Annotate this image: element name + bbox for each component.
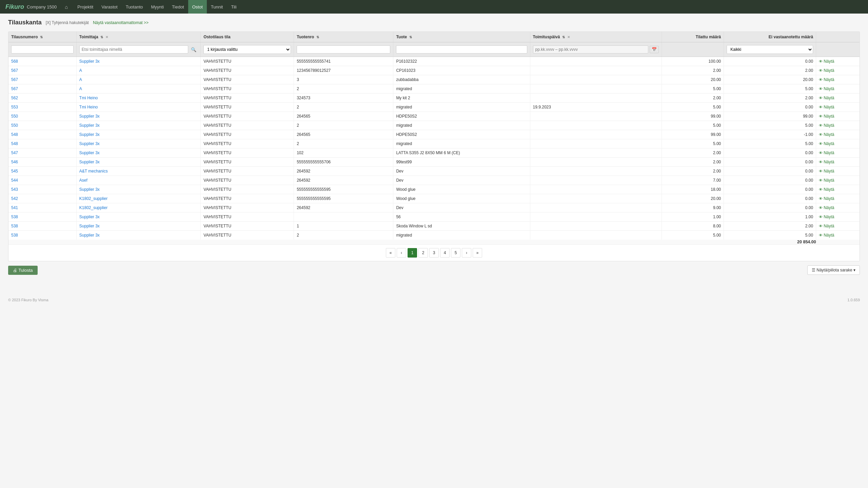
th-supplier[interactable]: Toimittaja ⇅ ✕ <box>76 32 201 42</box>
order-number-link[interactable]: 545 <box>11 169 18 174</box>
supplier-link[interactable]: Supplier 3x <box>79 141 100 146</box>
supplier-link[interactable]: A <box>79 68 82 73</box>
nav-item-tili[interactable]: Tili <box>227 0 240 14</box>
supplier-link[interactable]: A&T mechanics <box>79 169 108 174</box>
order-number-link[interactable]: 548 <box>11 141 18 146</box>
supplier-link[interactable]: Supplier 3x <box>79 132 100 137</box>
view-link[interactable]: 👁Näytä <box>819 59 834 64</box>
order-number-link[interactable]: 538 <box>11 224 18 228</box>
view-link[interactable]: 👁Näytä <box>819 141 834 146</box>
print-button[interactable]: 🖨 Tulosta <box>8 266 38 275</box>
view-link[interactable]: 👁Näytä <box>819 160 834 164</box>
view-link[interactable]: 👁Näytä <box>819 178 834 183</box>
supplier-link[interactable]: Supplier 3x <box>79 187 100 192</box>
order-number-link[interactable]: 538 <box>11 215 18 219</box>
supplier-link[interactable]: K1802_supplier <box>79 205 107 210</box>
delivery-date-filter[interactable] <box>533 45 648 54</box>
clear-supplier-icon[interactable]: ✕ <box>105 35 108 39</box>
order-number-link[interactable]: 547 <box>11 150 18 155</box>
order-number-link[interactable]: 568 <box>11 59 18 64</box>
pagination-page-1[interactable]: 1 <box>408 248 417 258</box>
cell-action: 👁Näytä <box>816 185 860 194</box>
supplier-link[interactable]: Supplier 3x <box>79 160 100 164</box>
order-number-link[interactable]: 550 <box>11 123 18 128</box>
view-link[interactable]: 👁Näytä <box>819 233 834 238</box>
view-link[interactable]: 👁Näytä <box>819 123 834 128</box>
supplier-link[interactable]: Supplier 3x <box>79 224 100 228</box>
pagination-page-4[interactable]: 4 <box>440 248 450 258</box>
th-product[interactable]: Tuote ⇅ <box>393 32 530 42</box>
clear-delivery-date-icon[interactable]: ✕ <box>567 35 570 39</box>
pagination-last[interactable]: » <box>473 248 482 258</box>
nav-item-tuotanto[interactable]: Tuotanto <box>122 0 147 14</box>
view-link[interactable]: 👁Näytä <box>819 187 834 192</box>
order-number-link[interactable]: 541 <box>11 205 18 210</box>
view-link[interactable]: 👁Näytä <box>819 169 834 174</box>
supplier-link[interactable]: Tmi Heino <box>79 105 98 109</box>
order-status-filter[interactable]: 1 kirjausta valittu <box>203 45 291 54</box>
product-filter[interactable] <box>396 45 527 54</box>
show-unreceived-link[interactable]: Näytä vastaanottamattomat >> <box>93 20 149 25</box>
th-order-number[interactable]: Tilausnumero ⇅ <box>8 32 76 42</box>
supplier-link[interactable]: K1802_supplier <box>79 196 107 201</box>
view-link[interactable]: 👁Näytä <box>819 150 834 155</box>
nav-item-varastot[interactable]: Varastot <box>97 0 121 14</box>
pagination-next[interactable]: › <box>462 248 471 258</box>
th-delivery-date[interactable]: Toimituspäivä ⇅ ✕ <box>530 32 662 42</box>
view-link[interactable]: 👁Näytä <box>819 96 834 100</box>
view-link[interactable]: 👁Näytä <box>819 105 834 109</box>
th-product-number[interactable]: Tuotenro ⇅ <box>294 32 393 42</box>
order-number-link[interactable]: 553 <box>11 105 18 109</box>
view-link[interactable]: 👁Näytä <box>819 68 834 73</box>
order-number-link[interactable]: 562 <box>11 96 18 100</box>
view-link[interactable]: 👁Näytä <box>819 224 834 228</box>
order-number-link[interactable]: 567 <box>11 77 18 82</box>
home-icon[interactable]: ⌂ <box>65 4 68 10</box>
supplier-link[interactable]: Supplier 3x <box>79 215 100 219</box>
supplier-link[interactable]: Supplier 3x <box>79 233 100 238</box>
order-number-link[interactable]: 543 <box>11 187 18 192</box>
supplier-link[interactable]: Asef <box>79 178 87 183</box>
clear-filters-link[interactable]: [X] Tyhjennä hakutekijät <box>46 20 89 25</box>
pagination-first[interactable]: « <box>386 248 395 258</box>
nav-item-projektit[interactable]: Projektit <box>73 0 97 14</box>
order-number-link[interactable]: 542 <box>11 196 18 201</box>
view-link[interactable]: 👁Näytä <box>819 114 834 119</box>
supplier-filter-input[interactable] <box>79 45 189 54</box>
supplier-link[interactable]: A <box>79 86 82 91</box>
view-link[interactable]: 👁Näytä <box>819 196 834 201</box>
nav-item-tiedot[interactable]: Tiedot <box>168 0 188 14</box>
supplier-search-button[interactable]: 🔍 <box>190 46 198 53</box>
supplier-link[interactable]: Supplier 3x <box>79 59 100 64</box>
pagination-page-3[interactable]: 3 <box>429 248 439 258</box>
pagination-prev[interactable]: ‹ <box>397 248 406 258</box>
view-link[interactable]: 👁Näytä <box>819 132 834 137</box>
view-link[interactable]: 👁Näytä <box>819 205 834 210</box>
nav-item-tunnit[interactable]: Tunnit <box>207 0 227 14</box>
supplier-link[interactable]: Supplier 3x <box>79 150 100 155</box>
order-number-filter[interactable] <box>11 45 74 54</box>
nav-item-myynti[interactable]: Myynti <box>147 0 168 14</box>
supplier-link[interactable]: Supplier 3x <box>79 123 100 128</box>
pagination-page-5[interactable]: 5 <box>451 248 460 258</box>
order-number-link[interactable]: 567 <box>11 68 18 73</box>
view-link[interactable]: 👁Näytä <box>819 77 834 82</box>
view-link[interactable]: 👁Näytä <box>819 86 834 91</box>
order-number-link[interactable]: 544 <box>11 178 18 183</box>
product-number-filter[interactable] <box>297 45 390 54</box>
columns-toggle-button[interactable]: ☰ Näytä/piilota sarake ▾ <box>807 265 860 275</box>
order-number-link[interactable]: 550 <box>11 114 18 119</box>
order-number-link[interactable]: 567 <box>11 86 18 91</box>
calendar-icon-button[interactable]: 📅 <box>650 46 659 53</box>
nav-item-ostot[interactable]: Ostot <box>188 0 207 14</box>
order-number-link[interactable]: 538 <box>11 233 18 238</box>
not-received-filter[interactable]: Kaikki <box>727 45 813 54</box>
supplier-link[interactable]: Tmi Heino <box>79 96 98 100</box>
order-number-link[interactable]: 546 <box>11 160 18 164</box>
pagination-page-2[interactable]: 2 <box>418 248 428 258</box>
supplier-link[interactable]: Supplier 3x <box>79 114 100 119</box>
th-order-status[interactable]: Ostotilaus tila <box>201 32 294 42</box>
supplier-link[interactable]: A <box>79 77 82 82</box>
view-link[interactable]: 👁Näytä <box>819 215 834 219</box>
order-number-link[interactable]: 548 <box>11 132 18 137</box>
